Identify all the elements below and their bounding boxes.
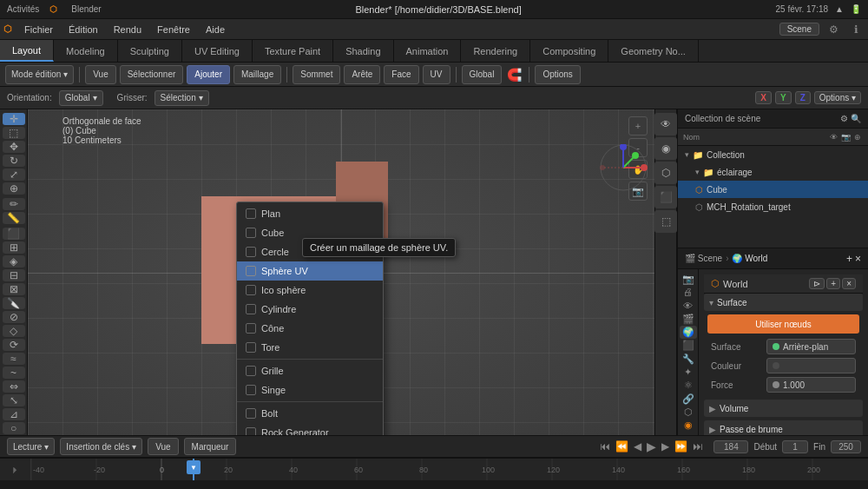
outliner-eclairage[interactable]: ▾ 📁 éclairage bbox=[678, 163, 868, 181]
prop-particles-icon[interactable]: ✦ bbox=[680, 366, 697, 378]
menu-tore[interactable]: Tore bbox=[237, 338, 383, 357]
mode-dropdown[interactable]: Mode édition ▾ bbox=[5, 65, 74, 84]
uv-btn[interactable]: UV bbox=[423, 65, 450, 84]
menu-sphere-uv[interactable]: Sphère UV bbox=[237, 261, 383, 281]
transform-tool[interactable]: ⊕ bbox=[3, 182, 25, 195]
scrubber-bar[interactable]: ⏵ -40 -20 0 20 40 60 80 100 bbox=[0, 458, 868, 480]
cursor-tool[interactable]: ✛ bbox=[3, 113, 25, 125]
jump-start-btn[interactable]: ⏮ bbox=[600, 440, 610, 453]
view-timeline-btn[interactable]: Vue bbox=[148, 438, 178, 455]
prop-material-icon[interactable]: ◉ bbox=[680, 420, 697, 432]
add-dropdown-menu[interactable]: Plan Cube Cercle Sphère UV Ico sphère bbox=[236, 202, 384, 435]
outliner-collection[interactable]: ▾ 📁 Collection bbox=[678, 146, 868, 163]
marker-btn[interactable]: Marqueur bbox=[184, 438, 237, 455]
wireframe-icon[interactable]: ⬚ bbox=[654, 210, 677, 233]
color-value[interactable] bbox=[766, 358, 856, 373]
add-btn[interactable]: Ajouter bbox=[187, 65, 230, 84]
coord-z-btn[interactable]: Z bbox=[795, 91, 811, 104]
view-btn[interactable]: Vue bbox=[85, 65, 115, 84]
bisect-tool[interactable]: ⊘ bbox=[3, 311, 25, 323]
bevel-tool[interactable]: ◈ bbox=[3, 255, 25, 268]
global-btn[interactable]: Global bbox=[462, 65, 503, 84]
measure-tool[interactable]: 📏 bbox=[3, 212, 25, 224]
coord-x-btn[interactable]: X bbox=[755, 91, 772, 104]
mesh-btn[interactable]: Maillage bbox=[233, 65, 281, 84]
settings-icon[interactable]: ⚙ bbox=[825, 21, 842, 38]
zoom-in-btn[interactable]: + bbox=[628, 116, 648, 135]
coord-options[interactable]: Options ▾ bbox=[814, 91, 861, 104]
menu-ico-sphere[interactable]: Ico sphère bbox=[237, 281, 383, 300]
grisser-dropdown[interactable]: Sélection ▾ bbox=[155, 90, 209, 106]
prop-view-icon[interactable]: 👁 bbox=[680, 300, 697, 312]
render-icon[interactable]: ◉ bbox=[654, 137, 677, 160]
prop-output-icon[interactable]: 🖨 bbox=[680, 286, 697, 298]
loop-cut-tool[interactable]: ⊟ bbox=[3, 269, 25, 281]
spin-tool[interactable]: ⟳ bbox=[3, 339, 25, 351]
tab-animation[interactable]: Animation bbox=[394, 40, 462, 62]
smooth-tool[interactable]: ≈ bbox=[3, 353, 25, 365]
offset-edge-tool[interactable]: ⊠ bbox=[3, 283, 25, 295]
menu-fenetre[interactable]: Fenêtre bbox=[150, 23, 197, 36]
menu-plan[interactable]: Plan bbox=[237, 204, 383, 223]
edge-btn[interactable]: Arête bbox=[344, 65, 380, 84]
prop-constraints-icon[interactable]: 🔗 bbox=[680, 393, 697, 405]
strength-value[interactable]: 1.000 bbox=[766, 377, 856, 393]
magnet-icon[interactable]: 🧲 bbox=[505, 68, 523, 82]
random-relax-tool[interactable]: ~ bbox=[3, 367, 25, 379]
prop-new-btn[interactable]: + bbox=[846, 253, 852, 265]
surface-value[interactable]: Arrière-plan bbox=[766, 339, 856, 354]
frame-current-input[interactable]: 184 bbox=[713, 440, 748, 453]
breadcrumb-world[interactable]: 🌍 World bbox=[732, 254, 767, 263]
outliner-cube[interactable]: ⬡ Cube bbox=[678, 181, 868, 198]
keying-dropdown[interactable]: Insertion de clés ▾ bbox=[60, 438, 142, 455]
tab-rendering[interactable]: Rendering bbox=[461, 40, 530, 62]
coord-y-btn[interactable]: Y bbox=[775, 91, 792, 104]
knife-tool[interactable]: 🔪 bbox=[3, 297, 25, 309]
solid-icon[interactable]: ⬛ bbox=[654, 186, 677, 208]
sphere-tool[interactable]: ○ bbox=[3, 422, 25, 434]
prop-modifier-icon[interactable]: 🔧 bbox=[680, 353, 697, 365]
select-box-tool[interactable]: ⬚ bbox=[3, 127, 25, 139]
activities-label[interactable]: Activités bbox=[7, 4, 39, 14]
add-cube-tool[interactable]: ⬛ bbox=[3, 228, 25, 240]
world-browse-btn[interactable]: ⊳ bbox=[809, 278, 825, 289]
menu-grille[interactable]: Grille bbox=[237, 361, 383, 380]
tab-texture-paint[interactable]: Texture Paint bbox=[253, 40, 333, 62]
menu-cone[interactable]: Cône bbox=[237, 319, 383, 338]
outliner-mch-rotation[interactable]: ⬡ MCH_Rotation_target bbox=[678, 198, 868, 215]
prev-keyframe-btn[interactable]: ⏪ bbox=[615, 440, 628, 453]
menu-aide[interactable]: Aide bbox=[199, 23, 232, 36]
shear-tool[interactable]: ⊿ bbox=[3, 408, 25, 420]
menu-cylindre[interactable]: Cylindre bbox=[237, 300, 383, 319]
tab-uv-editing[interactable]: UV Editing bbox=[182, 40, 253, 62]
tab-sculpting[interactable]: Sculpting bbox=[118, 40, 182, 62]
outliner-search-icon[interactable]: 🔍 bbox=[851, 114, 861, 123]
outliner-filter-icon[interactable]: ⚙ bbox=[840, 114, 848, 123]
rotate-tool[interactable]: ↻ bbox=[3, 155, 25, 167]
orientation-dropdown[interactable]: Global ▾ bbox=[59, 90, 103, 106]
tab-compositing[interactable]: Compositing bbox=[530, 40, 608, 62]
surface-header[interactable]: ▾ Surface bbox=[704, 294, 863, 311]
play-btn[interactable]: ▶ bbox=[647, 439, 656, 453]
menu-edition[interactable]: Édition bbox=[62, 23, 105, 36]
prev-frame-btn[interactable]: ◀ bbox=[634, 440, 641, 453]
vertex-btn[interactable]: Sommet bbox=[293, 65, 340, 84]
mist-header[interactable]: ▶ Passe de brume bbox=[704, 420, 863, 435]
annotate-tool[interactable]: ✏ bbox=[3, 198, 25, 210]
push-pull-tool[interactable]: ⤡ bbox=[3, 394, 25, 406]
prop-render-icon[interactable]: 📷 bbox=[680, 273, 697, 285]
frame-start-input[interactable]: 1 bbox=[782, 440, 808, 453]
menu-rock-generator[interactable]: Rock Generator bbox=[237, 423, 383, 435]
view-icon[interactable]: 👁 bbox=[654, 113, 677, 135]
prop-scene-icon[interactable]: 🎬 bbox=[680, 313, 697, 325]
prop-close-btn[interactable]: × bbox=[855, 253, 861, 265]
face-btn[interactable]: Face bbox=[384, 65, 418, 84]
tab-geometry[interactable]: Geometry No... bbox=[608, 40, 699, 62]
move-tool[interactable]: ✥ bbox=[3, 141, 25, 153]
prop-world-icon[interactable]: 🌍 bbox=[680, 326, 697, 338]
menu-singe[interactable]: Singe bbox=[237, 380, 383, 400]
prop-physics-icon[interactable]: ⚛ bbox=[680, 380, 697, 392]
inset-tool[interactable]: ⊞ bbox=[3, 241, 25, 254]
prop-object-icon[interactable]: ⬛ bbox=[680, 340, 697, 352]
next-frame-btn[interactable]: ▶ bbox=[661, 440, 669, 453]
